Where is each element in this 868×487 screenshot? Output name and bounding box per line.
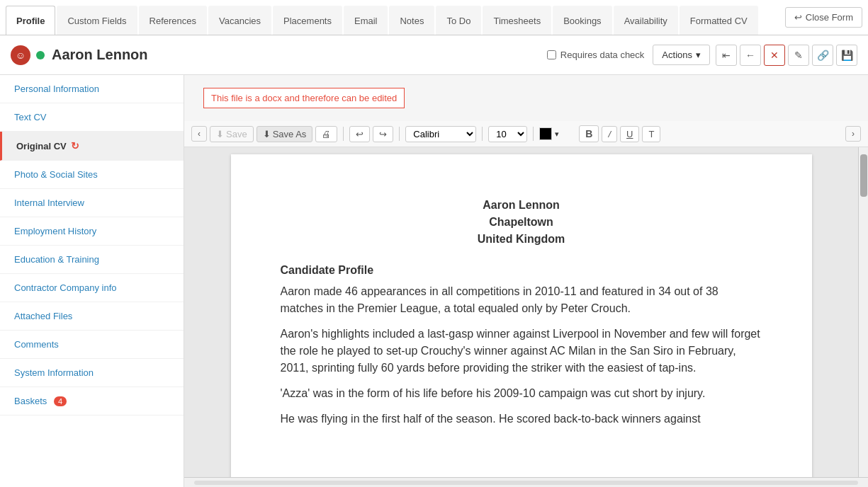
font-family-select[interactable]: Calibri [405,126,476,142]
font-size-select[interactable]: 10 [488,126,527,142]
color-caret-icon[interactable]: ▾ [555,130,559,139]
save-toolbar-button[interactable]: ⬇ Save [210,126,254,142]
nav-first-button[interactable]: ⇤ [716,45,737,66]
horizontal-scrollbar[interactable] [184,477,868,487]
print-icon: 🖨 [322,129,331,139]
sidebar-item-employment-history[interactable]: Employment History [0,217,184,246]
alert-message: This file is a docx and therefore can be… [203,88,405,108]
delete-button[interactable]: ✕ [764,45,785,66]
sidebar-item-photo-social-sites[interactable]: Photo & Social Sites [0,161,184,189]
tab-references[interactable]: References [139,6,207,35]
baskets-badge: 4 [54,396,67,406]
document-paper: Aaron Lennon Chapeltown United Kingdom C… [231,154,812,477]
tab-availability[interactable]: Availability [614,6,678,35]
refresh-icon[interactable]: ↻ [71,140,79,151]
save-as-toolbar-button[interactable]: ⬇ Save As [257,126,313,142]
tab-vacancies[interactable]: Vacancies [208,6,271,35]
tab-profile[interactable]: Profile [6,6,55,35]
header-bar: ☺ Aaron Lennon Requires data check Actio… [0,35,868,75]
editor-toolbar: ‹ ⬇ Save ⬇ Save As 🖨 ↩ ↪ Calibri [184,121,868,147]
font-color-box[interactable] [539,127,552,140]
edit-button[interactable]: ✎ [788,45,809,66]
tab-bookings[interactable]: Bookings [553,6,611,35]
doc-bottom [184,477,868,487]
tab-timesheets[interactable]: Timesheets [483,6,551,35]
requires-data-check-label: Requires data check [547,50,645,60]
save-as-down-icon: ⬇ [263,129,271,139]
sidebar-item-text-cv[interactable]: Text CV [0,103,184,132]
tab-email[interactable]: Email [344,6,388,35]
document-para-4: He was flying in the first half of the s… [281,411,762,428]
underline-button[interactable]: U [620,126,639,142]
document-container[interactable]: Aaron Lennon Chapeltown United Kingdom C… [184,147,858,477]
document-para-3: 'Azza' was in the form of his life befor… [281,385,762,402]
header-icon-buttons: ⇤ ← ✕ ✎ 🔗 💾 [716,45,857,66]
sidebar-item-baskets[interactable]: Baskets 4 [0,387,184,416]
vertical-scrollbar-thumb[interactable] [860,154,867,197]
document-section-title: Candidate Profile [281,262,762,279]
save-button[interactable]: 💾 [836,45,857,66]
tab-notes[interactable]: Notes [389,6,434,35]
toolbar-separator-3 [482,127,483,141]
requires-data-check-checkbox[interactable] [547,50,556,59]
actions-caret-icon: ▾ [696,50,701,60]
sidebar-item-contractor-company-info[interactable]: Contractor Company info [0,274,184,302]
document-para-2: Aaron's highlights included a last-gasp … [281,326,762,377]
nav-arrows: ‹ [191,126,207,142]
link-button[interactable]: 🔗 [812,45,833,66]
nav-prev-button[interactable]: ← [740,45,761,66]
strikethrough-button[interactable]: T [642,126,660,142]
horizontal-scrollbar-track[interactable] [194,481,858,485]
tab-todo[interactable]: To Do [436,6,481,35]
main-layout: Personal Information Text CV Original CV… [0,75,868,487]
close-form-button[interactable]: ↩ Close Form [785,7,862,28]
redo-icon: ↪ [379,129,387,139]
avatar: ☺ [11,45,30,65]
document-para-1: Aaron made 46 appearances in all competi… [281,283,762,317]
sidebar-item-original-cv[interactable]: Original CV ↻ [0,132,184,161]
undo-button[interactable]: ↩ [349,126,370,142]
content-area: This file is a docx and therefore can be… [184,75,868,487]
sidebar-item-internal-interview[interactable]: Internal Interview [0,189,184,217]
save-down-icon: ⬇ [216,129,224,139]
toolbar-back-arrow[interactable]: ‹ [191,126,207,142]
sidebar-item-system-information[interactable]: System Information [0,359,184,387]
sidebar: Personal Information Text CV Original CV… [0,75,184,487]
toolbar-separator-4 [533,127,534,141]
person-name: Aaron Lennon [52,47,547,63]
document-header: Aaron Lennon Chapeltown United Kingdom [281,197,762,248]
top-tab-bar: Profile Custom Fields References Vacanci… [0,0,868,35]
close-form-icon: ↩ [794,12,802,23]
status-dot [36,51,45,59]
undo-icon: ↩ [356,129,363,139]
bold-button[interactable]: B [579,125,599,142]
toolbar-more-button[interactable]: › [845,126,861,142]
sidebar-item-education-training[interactable]: Education & Training [0,246,184,274]
tab-custom-fields[interactable]: Custom Fields [57,6,137,35]
document-scroll-wrapper: Aaron Lennon Chapeltown United Kingdom C… [184,147,868,477]
sidebar-item-comments[interactable]: Comments [0,331,184,359]
toolbar-separator-1 [343,127,344,141]
print-button[interactable]: 🖨 [315,126,337,142]
vertical-scrollbar[interactable] [858,147,868,477]
sidebar-item-personal-information[interactable]: Personal Information [0,75,184,103]
actions-button[interactable]: Actions ▾ [653,45,710,65]
alert-container: This file is a docx and therefore can be… [184,75,868,121]
sidebar-item-attached-files[interactable]: Attached Files [0,302,184,331]
tab-formatted-cv[interactable]: Formatted CV [680,6,758,35]
tab-placements[interactable]: Placements [273,6,342,35]
toolbar-separator-2 [399,127,400,141]
italic-button[interactable]: / [602,126,617,142]
redo-button[interactable]: ↪ [373,126,393,142]
